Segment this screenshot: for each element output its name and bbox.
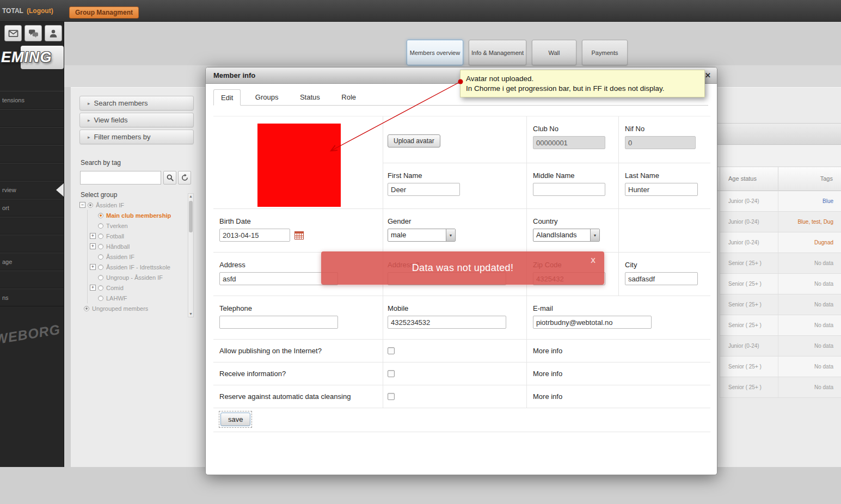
tree-item-fotball[interactable]: + Fotball — [90, 231, 194, 241]
tab-edit[interactable]: Edit — [213, 89, 241, 106]
radio-icon[interactable] — [98, 233, 103, 239]
accordion-view-fields[interactable]: ▸View fields — [79, 113, 194, 127]
radio-icon[interactable] — [84, 306, 89, 311]
tab-groups[interactable]: Groups — [248, 89, 286, 106]
tags-cell[interactable]: No data — [778, 377, 841, 397]
city-field[interactable] — [625, 272, 698, 285]
table-row[interactable]: Junior (0-24) No data — [720, 336, 841, 357]
tab-members-overview[interactable]: Members overview — [407, 40, 463, 65]
table-row[interactable]: Senior ( 25+ ) No data — [720, 294, 841, 315]
publish-internet-checkbox[interactable] — [388, 347, 395, 354]
scroll-down-icon[interactable]: ▼ — [189, 311, 193, 317]
tab-status[interactable]: Status — [293, 89, 327, 106]
tree-item-main-club-membership[interactable]: Main club membership — [90, 210, 194, 220]
tab-role[interactable]: Role — [334, 89, 363, 106]
tree-item-assiden-if[interactable]: Åssiden IF — [90, 251, 194, 262]
collapse-icon[interactable]: − — [79, 202, 85, 208]
tags-cell[interactable]: No data — [778, 315, 841, 335]
tags-cell[interactable]: Blue — [778, 191, 841, 211]
tags-cell[interactable]: Dugnad — [778, 232, 841, 253]
table-row[interactable]: Junior (0-24) Blue, test, Dug — [720, 212, 841, 232]
gender-select[interactable]: male ▼ — [388, 229, 456, 242]
tab-info-management[interactable]: Info & Management — [469, 40, 526, 65]
more-info-link[interactable]: More info — [533, 370, 562, 378]
avatar-image[interactable] — [257, 124, 341, 207]
search-by-tag-input[interactable] — [80, 171, 161, 185]
radio-icon[interactable] — [88, 202, 93, 208]
tree-item-idrettsskole[interactable]: + Åssiden IF - Idrettsskole — [90, 262, 194, 272]
tags-cell[interactable]: No data — [778, 253, 841, 273]
user-icon[interactable] — [45, 25, 62, 41]
last-name-field[interactable] — [625, 183, 698, 196]
table-row[interactable]: Senior ( 25+ ) No data — [720, 274, 841, 294]
nif-no-field[interactable] — [625, 136, 696, 149]
sidebar-item-1[interactable] — [0, 109, 64, 127]
chevron-down-icon[interactable]: ▼ — [446, 229, 455, 241]
radio-icon[interactable] — [98, 265, 103, 270]
sidebar-item-8[interactable] — [0, 235, 64, 253]
upload-avatar-button[interactable]: Upload avatar — [388, 134, 440, 147]
table-row[interactable]: Senior ( 25+ ) No data — [720, 377, 841, 398]
more-info-link[interactable]: More info — [533, 392, 562, 401]
tree-item-root[interactable]: − Åssiden IF — [79, 200, 194, 210]
tags-cell[interactable]: No data — [778, 336, 841, 356]
accordion-filter-members[interactable]: ▸Filter members by — [79, 130, 194, 144]
tree-item-lahwf[interactable]: LAHWF — [90, 293, 194, 303]
data-cleansing-checkbox[interactable] — [388, 393, 395, 400]
tree-item-comid[interactable]: + Comid — [90, 282, 194, 293]
radio-selected-icon[interactable] — [98, 213, 103, 218]
close-icon[interactable]: ✕ — [705, 67, 711, 84]
tags-cell[interactable]: Blue, test, Dug — [778, 212, 841, 232]
refresh-button[interactable] — [178, 171, 191, 185]
radio-icon[interactable] — [98, 296, 103, 301]
expand-icon[interactable]: + — [90, 233, 96, 239]
radio-icon[interactable] — [98, 244, 103, 249]
scroll-up-icon[interactable]: ▲ — [189, 194, 193, 199]
tree-scrollbar[interactable]: ▲ ▼ — [188, 193, 194, 317]
receive-info-checkbox[interactable] — [388, 370, 395, 377]
group-management-button[interactable]: Group Managment — [69, 7, 139, 19]
expand-icon[interactable]: + — [90, 264, 96, 270]
chevron-down-icon[interactable]: ▼ — [590, 229, 599, 241]
tab-payments[interactable]: Payments — [582, 40, 628, 65]
column-header-age-status[interactable]: Age status — [720, 167, 778, 191]
radio-icon[interactable] — [98, 275, 103, 280]
sidebar-item-4[interactable] — [0, 163, 64, 181]
sidebar-item-10[interactable] — [0, 271, 64, 288]
more-info-link[interactable]: More info — [533, 347, 562, 355]
birth-date-field[interactable] — [219, 229, 290, 242]
expand-icon[interactable]: + — [90, 285, 96, 291]
table-row[interactable]: Junior (0-24) Dugnad — [720, 232, 841, 253]
club-no-field[interactable] — [533, 136, 605, 149]
sidebar-item-2[interactable] — [0, 127, 64, 145]
radio-icon[interactable] — [98, 285, 103, 291]
tree-item-ungroup[interactable]: Ungroup - Åssiden IF — [90, 272, 194, 282]
tree-item-ungrouped-members[interactable]: Ungrouped members — [84, 303, 194, 314]
expand-icon[interactable]: + — [90, 243, 96, 249]
email-field[interactable] — [533, 316, 652, 329]
tags-cell[interactable]: No data — [778, 357, 841, 377]
toast-close-icon[interactable]: X — [591, 256, 596, 265]
column-header-tags[interactable]: Tags — [778, 167, 841, 191]
table-row[interactable]: Senior ( 25+ ) No data — [720, 253, 841, 274]
table-row[interactable]: Junior (0-24) Blue — [720, 191, 841, 212]
sidebar-item-3[interactable] — [0, 145, 64, 163]
sidebar-item-extensions[interactable]: tensions — [0, 91, 64, 109]
sidebar-item-report[interactable]: ort — [0, 199, 64, 217]
tree-item-handball[interactable]: + Håndball — [90, 241, 194, 251]
sidebar-item-ns[interactable]: ns — [0, 288, 64, 306]
radio-icon[interactable] — [98, 254, 103, 260]
sidebar-item-7[interactable] — [0, 217, 64, 235]
tab-wall[interactable]: Wall — [532, 40, 576, 65]
tags-cell[interactable]: No data — [778, 274, 841, 294]
chat-icon[interactable] — [24, 25, 42, 41]
calendar-icon[interactable] — [294, 231, 304, 239]
tags-cell[interactable]: No data — [778, 294, 841, 315]
table-row[interactable]: Senior ( 25+ ) No data — [720, 315, 841, 336]
address-field[interactable] — [219, 272, 338, 285]
table-row[interactable]: Senior ( 25+ ) No data — [720, 357, 841, 377]
middle-name-field[interactable] — [533, 183, 605, 196]
mail-icon[interactable] — [4, 25, 22, 41]
country-select[interactable]: AlandIslands ▼ — [533, 229, 600, 242]
scrollbar-thumb[interactable] — [189, 201, 193, 232]
